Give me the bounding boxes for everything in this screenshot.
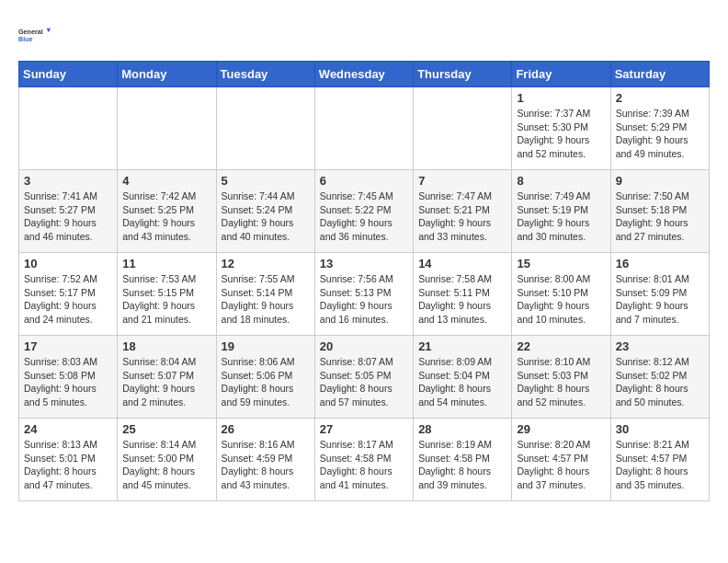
calendar-day-cell: 29Sunrise: 8:20 AM Sunset: 4:57 PM Dayli… [512, 419, 610, 501]
calendar-day-cell [118, 87, 216, 170]
day-number: 16 [616, 257, 704, 270]
day-number: 29 [517, 422, 605, 436]
calendar-day-cell: 27Sunrise: 8:17 AM Sunset: 4:58 PM Dayli… [314, 419, 413, 501]
calendar-week-row: 3Sunrise: 7:41 AM Sunset: 5:27 PM Daylig… [19, 170, 710, 253]
calendar-day-cell: 30Sunrise: 8:21 AM Sunset: 4:57 PM Dayli… [610, 419, 709, 501]
day-info: Sunrise: 7:49 AM Sunset: 5:19 PM Dayligh… [517, 190, 605, 244]
day-number: 21 [418, 339, 506, 353]
day-info: Sunrise: 7:44 AM Sunset: 5:24 PM Dayligh… [222, 190, 310, 244]
day-number: 6 [320, 174, 408, 188]
logo: GeneralBlue [18, 18, 51, 52]
day-info: Sunrise: 7:39 AM Sunset: 5:29 PM Dayligh… [616, 107, 704, 161]
day-number: 5 [222, 174, 310, 188]
day-info: Sunrise: 7:52 AM Sunset: 5:17 PM Dayligh… [24, 272, 112, 327]
calendar-day-cell: 9Sunrise: 7:50 AM Sunset: 5:18 PM Daylig… [610, 170, 709, 253]
day-number: 1 [517, 91, 605, 105]
day-number: 7 [418, 174, 506, 188]
day-number: 18 [122, 339, 210, 353]
calendar-day-cell: 16Sunrise: 8:01 AM Sunset: 5:09 PM Dayli… [610, 253, 709, 336]
day-info: Sunrise: 8:13 AM Sunset: 5:01 PM Dayligh… [24, 438, 112, 492]
day-info: Sunrise: 8:00 AM Sunset: 5:10 PM Dayligh… [517, 272, 605, 327]
calendar-week-row: 10Sunrise: 7:52 AM Sunset: 5:17 PM Dayli… [19, 253, 710, 336]
calendar-day-cell: 4Sunrise: 7:42 AM Sunset: 5:25 PM Daylig… [118, 170, 216, 253]
day-number: 30 [616, 422, 704, 436]
day-info: Sunrise: 8:16 AM Sunset: 4:59 PM Dayligh… [222, 438, 310, 492]
weekday-header: Monday [118, 62, 216, 87]
day-info: Sunrise: 7:47 AM Sunset: 5:21 PM Dayligh… [418, 190, 506, 244]
weekday-header-row: SundayMondayTuesdayWednesdayThursdayFrid… [19, 62, 710, 87]
calendar-day-cell [414, 87, 512, 170]
day-info: Sunrise: 8:14 AM Sunset: 5:00 PM Dayligh… [122, 438, 210, 492]
day-info: Sunrise: 7:37 AM Sunset: 5:30 PM Dayligh… [517, 107, 605, 161]
day-info: Sunrise: 7:56 AM Sunset: 5:13 PM Dayligh… [320, 272, 408, 327]
day-number: 27 [320, 422, 408, 436]
day-info: Sunrise: 8:09 AM Sunset: 5:04 PM Dayligh… [418, 355, 506, 409]
calendar-day-cell: 18Sunrise: 8:04 AM Sunset: 5:07 PM Dayli… [118, 336, 216, 419]
day-info: Sunrise: 8:20 AM Sunset: 4:57 PM Dayligh… [517, 438, 605, 492]
calendar-day-cell: 13Sunrise: 7:56 AM Sunset: 5:13 PM Dayli… [314, 253, 413, 336]
weekday-header: Sunday [19, 62, 118, 87]
day-info: Sunrise: 8:21 AM Sunset: 4:57 PM Dayligh… [616, 438, 704, 492]
day-number: 17 [24, 339, 112, 353]
calendar-day-cell: 21Sunrise: 8:09 AM Sunset: 5:04 PM Dayli… [414, 336, 512, 419]
weekday-header: Tuesday [216, 62, 314, 87]
day-number: 2 [616, 91, 704, 105]
calendar-week-row: 1Sunrise: 7:37 AM Sunset: 5:30 PM Daylig… [19, 87, 710, 170]
day-info: Sunrise: 8:10 AM Sunset: 5:03 PM Dayligh… [517, 355, 605, 409]
day-info: Sunrise: 8:07 AM Sunset: 5:05 PM Dayligh… [320, 355, 408, 409]
day-number: 26 [222, 422, 310, 436]
calendar-day-cell: 14Sunrise: 7:58 AM Sunset: 5:11 PM Dayli… [414, 253, 512, 336]
day-number: 9 [616, 174, 704, 188]
calendar-day-cell: 28Sunrise: 8:19 AM Sunset: 4:58 PM Dayli… [414, 419, 512, 501]
day-info: Sunrise: 8:06 AM Sunset: 5:06 PM Dayligh… [222, 355, 310, 409]
day-number: 25 [122, 422, 210, 436]
page-header: GeneralBlue [18, 18, 710, 52]
calendar-day-cell: 24Sunrise: 8:13 AM Sunset: 5:01 PM Dayli… [19, 419, 118, 501]
day-info: Sunrise: 8:01 AM Sunset: 5:09 PM Dayligh… [616, 272, 704, 327]
day-number: 11 [122, 257, 210, 270]
calendar-day-cell: 6Sunrise: 7:45 AM Sunset: 5:22 PM Daylig… [314, 170, 413, 253]
calendar-week-row: 17Sunrise: 8:03 AM Sunset: 5:08 PM Dayli… [19, 336, 710, 419]
day-info: Sunrise: 7:55 AM Sunset: 5:14 PM Dayligh… [222, 272, 310, 327]
day-number: 24 [24, 422, 112, 436]
calendar-day-cell: 11Sunrise: 7:53 AM Sunset: 5:15 PM Dayli… [118, 253, 216, 336]
logo-icon: GeneralBlue [18, 18, 51, 52]
day-number: 15 [517, 257, 605, 270]
day-number: 10 [24, 257, 112, 270]
calendar-day-cell: 23Sunrise: 8:12 AM Sunset: 5:02 PM Dayli… [610, 336, 709, 419]
calendar-day-cell: 8Sunrise: 7:49 AM Sunset: 5:19 PM Daylig… [512, 170, 610, 253]
weekday-header: Thursday [414, 62, 512, 87]
calendar-day-cell: 3Sunrise: 7:41 AM Sunset: 5:27 PM Daylig… [19, 170, 118, 253]
day-info: Sunrise: 7:41 AM Sunset: 5:27 PM Dayligh… [24, 190, 112, 244]
weekday-header: Wednesday [314, 62, 413, 87]
calendar-table: SundayMondayTuesdayWednesdayThursdayFrid… [18, 61, 710, 501]
day-number: 14 [418, 257, 506, 270]
day-number: 20 [320, 339, 408, 353]
day-number: 3 [24, 174, 112, 188]
calendar-day-cell: 7Sunrise: 7:47 AM Sunset: 5:21 PM Daylig… [414, 170, 512, 253]
day-number: 8 [517, 174, 605, 188]
day-info: Sunrise: 8:19 AM Sunset: 4:58 PM Dayligh… [418, 438, 506, 492]
calendar-week-row: 24Sunrise: 8:13 AM Sunset: 5:01 PM Dayli… [19, 419, 710, 501]
calendar-day-cell [314, 87, 413, 170]
calendar-day-cell: 12Sunrise: 7:55 AM Sunset: 5:14 PM Dayli… [216, 253, 314, 336]
calendar-day-cell: 17Sunrise: 8:03 AM Sunset: 5:08 PM Dayli… [19, 336, 118, 419]
calendar-day-cell: 2Sunrise: 7:39 AM Sunset: 5:29 PM Daylig… [610, 87, 709, 170]
day-info: Sunrise: 7:53 AM Sunset: 5:15 PM Dayligh… [122, 272, 210, 327]
weekday-header: Friday [512, 62, 610, 87]
calendar-day-cell: 22Sunrise: 8:10 AM Sunset: 5:03 PM Dayli… [512, 336, 610, 419]
calendar-day-cell: 5Sunrise: 7:44 AM Sunset: 5:24 PM Daylig… [216, 170, 314, 253]
calendar-day-cell [216, 87, 314, 170]
day-info: Sunrise: 7:42 AM Sunset: 5:25 PM Dayligh… [122, 190, 210, 244]
calendar-day-cell: 20Sunrise: 8:07 AM Sunset: 5:05 PM Dayli… [314, 336, 413, 419]
weekday-header: Saturday [610, 62, 709, 87]
calendar-day-cell: 1Sunrise: 7:37 AM Sunset: 5:30 PM Daylig… [512, 87, 610, 170]
day-info: Sunrise: 8:12 AM Sunset: 5:02 PM Dayligh… [616, 355, 704, 409]
svg-text:Blue: Blue [18, 35, 33, 43]
day-info: Sunrise: 8:04 AM Sunset: 5:07 PM Dayligh… [122, 355, 210, 409]
calendar-day-cell: 26Sunrise: 8:16 AM Sunset: 4:59 PM Dayli… [216, 419, 314, 501]
svg-text:General: General [18, 28, 43, 36]
day-number: 19 [222, 339, 310, 353]
day-number: 28 [418, 422, 506, 436]
day-number: 4 [122, 174, 210, 188]
